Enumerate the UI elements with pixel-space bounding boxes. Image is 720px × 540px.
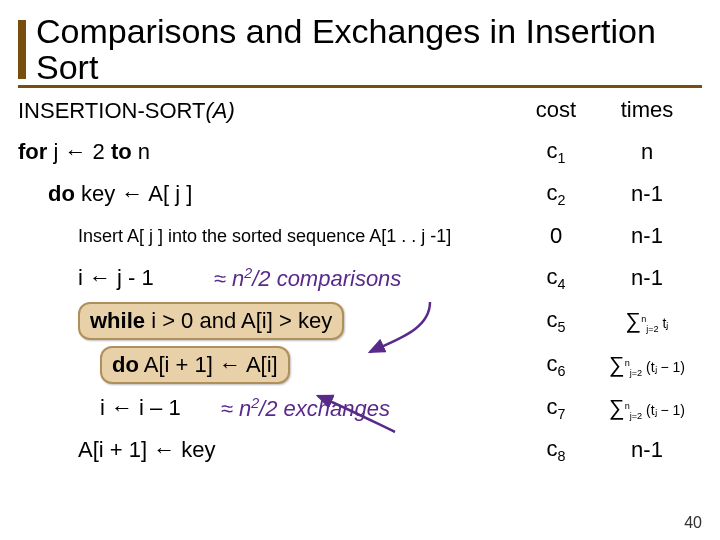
times-cell: n-1 (592, 265, 702, 291)
code-row-6: do A[i + 1] ← A[i] c6 ∑nj=2 (tⱼ − 1) (18, 346, 702, 384)
cost-cell: c8 (520, 436, 592, 464)
cost-cell: c5 (520, 307, 592, 335)
slide-title: Comparisons and Exchanges in Insertion S… (18, 14, 702, 85)
code-line: while i > 0 and A[i] > key (18, 302, 520, 340)
algo-name: INSERTION-SORT (18, 98, 205, 123)
cost-cell: c7 (520, 394, 592, 422)
cost-cell: 0 (520, 223, 592, 249)
sum-expr: ∑nj=2 (tⱼ − 1) (609, 352, 685, 378)
highlight-do: do A[i + 1] ← A[i] (100, 346, 290, 384)
code-line: A[i + 1] ← key (18, 437, 520, 463)
exchanges-note: ≈ n2/2 exchanges (221, 395, 390, 422)
code-line: do A[i + 1] ← A[i] (18, 346, 520, 384)
comment-line: Insert A[ j ] into the sorted sequence A… (18, 226, 520, 247)
code-row-5: while i > 0 and A[i] > key c5 ∑nj=2 tⱼ (18, 302, 702, 340)
code-text: i > 0 and A[i] > key (145, 308, 332, 333)
code-text: i ← i – 1 (100, 395, 181, 421)
code-line: i ← i – 1 ≈ n2/2 exchanges (18, 395, 520, 422)
kw-do: do (112, 352, 139, 377)
algo-arg: (A) (205, 98, 234, 123)
times-cell: ∑nj=2 (tⱼ − 1) (592, 395, 702, 421)
page-number: 40 (684, 514, 702, 532)
code-line: i ← j - 1 ≈ n2/2 comparisons (18, 265, 520, 292)
col-head-cost: cost (520, 97, 592, 123)
comparisons-note: ≈ n2/2 comparisons (214, 265, 402, 292)
code-line: for j ← 2 to n (18, 139, 520, 165)
code-row-3: Insert A[ j ] into the sorted sequence A… (18, 218, 702, 254)
code-row-8: A[i + 1] ← key c8 n-1 (18, 432, 702, 468)
col-head-times: times (592, 97, 702, 123)
algo-heading: INSERTION-SORT(A) (18, 98, 520, 124)
code-row-4: i ← j - 1 ≈ n2/2 comparisons c4 n-1 (18, 260, 702, 296)
kw-for: for (18, 139, 47, 164)
cost-cell: c6 (520, 351, 592, 379)
code-text: A[i + 1] ← A[i] (139, 352, 278, 377)
sum-expr: ∑nj=2 (tⱼ − 1) (609, 395, 685, 421)
code-text: j ← 2 (47, 139, 111, 164)
times-cell: n-1 (592, 437, 702, 463)
code-text: i ← j - 1 (78, 265, 154, 291)
kw-do: do (48, 181, 75, 206)
cost-cell: c1 (520, 138, 592, 166)
kw-while: while (90, 308, 145, 333)
times-cell: n (592, 139, 702, 165)
times-cell: n-1 (592, 223, 702, 249)
sum-expr: ∑nj=2 tⱼ (626, 308, 669, 334)
code-row-7: i ← i – 1 ≈ n2/2 exchanges c7 ∑nj=2 (tⱼ … (18, 390, 702, 426)
cost-cell: c2 (520, 180, 592, 208)
cost-cell: c4 (520, 264, 592, 292)
code-row-1: for j ← 2 to n c1 n (18, 134, 702, 170)
code-line: do key ← A[ j ] (18, 181, 520, 207)
times-cell: ∑nj=2 (tⱼ − 1) (592, 352, 702, 378)
title-block: Comparisons and Exchanges in Insertion S… (18, 14, 702, 88)
code-text: n (132, 139, 150, 164)
kw-to: to (111, 139, 132, 164)
code-row-2: do key ← A[ j ] c2 n-1 (18, 176, 702, 212)
times-cell: ∑nj=2 tⱼ (592, 308, 702, 334)
times-cell: n-1 (592, 181, 702, 207)
highlight-while: while i > 0 and A[i] > key (78, 302, 344, 340)
code-text: key ← A[ j ] (75, 181, 192, 206)
